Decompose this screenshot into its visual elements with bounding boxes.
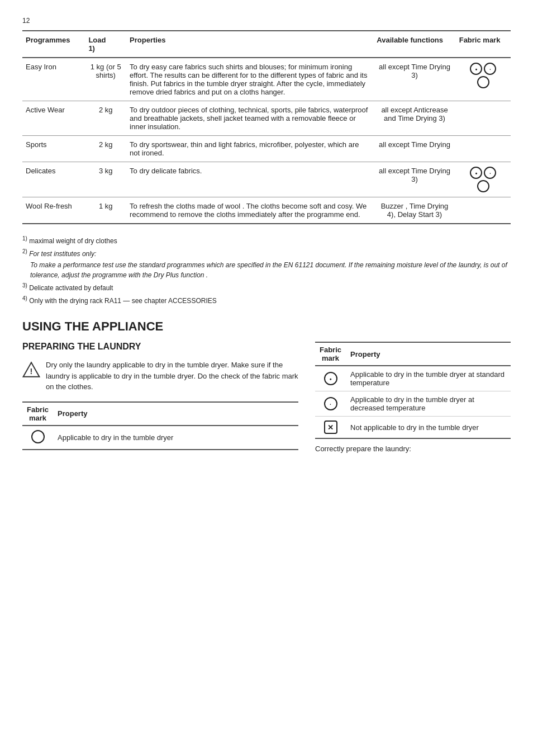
prog-fabric: [456, 136, 511, 162]
correctly-prepare-text: Correctly prepare the laundry:: [315, 445, 511, 453]
fabric-property-cell: Not applicable to dry in the tumble drye…: [346, 417, 511, 439]
fabric-property-cell: Applicable to dry in the tumble dryer at…: [346, 391, 511, 417]
section-heading: USING THE APPLIANCE: [22, 319, 511, 334]
svg-text:!: !: [30, 367, 33, 376]
prog-available: all except Time Drying 3): [373, 162, 455, 197]
left-column: PREPARING THE LAUNDRY ! Dry only the lau…: [22, 342, 298, 453]
fabric-icon-x-not-applicable: ✕: [324, 420, 337, 434]
table-row: Applicable to dry in the tumble dryer at…: [315, 391, 511, 417]
header-available: Available functions: [373, 31, 455, 58]
prog-fabric: [456, 58, 511, 101]
fabric-property-cell: Applicable to dry in the tumble dryer: [53, 426, 298, 450]
fabric-icon-dot-decreased: [324, 397, 337, 410]
prog-properties: To dry delicate fabrics.: [126, 162, 373, 197]
prog-fabric: [456, 101, 511, 136]
fabric-icon-circle-dot: [470, 63, 482, 75]
table-row: Applicable to dry in the tumble dryer: [22, 426, 298, 450]
warning-icon: !: [22, 361, 40, 379]
prog-fabric: [456, 162, 511, 197]
prog-available: all except Anticrease and Time Drying 3): [373, 101, 455, 136]
prog-load: 2 kg: [85, 101, 126, 136]
fabric-icon-circle-empty: [31, 430, 45, 443]
table-row: Active Wear 2 kg To dry outdoor pieces o…: [22, 101, 511, 136]
header-load: Load 1): [85, 31, 126, 58]
prog-name: Active Wear: [22, 101, 85, 136]
table-row: Wool Re-fresh 1 kg To refresh the cloths…: [22, 197, 511, 224]
right-column: Fabric mark Property Applicable to dry i…: [315, 342, 511, 453]
table-row: ✕ Not applicable to dry in the tumble dr…: [315, 417, 511, 439]
prog-load: 1 kg (or 5 shirts): [85, 58, 126, 101]
fabric-icon-circle-dot-small: [484, 167, 496, 179]
left-fabric-table: Fabric mark Property Applicable to dry i…: [22, 401, 298, 450]
prog-properties: To dry outdoor pieces of clothing, techn…: [126, 101, 373, 136]
right-table-header-mark: Fabric mark: [315, 342, 346, 366]
fabric-icon-circle-dot-small: [484, 63, 496, 75]
prog-properties: To dry easy care fabrics such shirts and…: [126, 58, 373, 101]
warning-text: Dry only the laundry applicable to dry i…: [46, 360, 298, 393]
fabric-mark-cell: [22, 426, 53, 450]
left-table-header-mark: Fabric mark: [22, 402, 53, 426]
header-properties: Properties: [126, 31, 373, 58]
fabric-icon-dot-standard: [324, 372, 337, 385]
fabric-mark-cell: ✕: [315, 417, 346, 439]
fabric-icon-circle-empty: [477, 180, 489, 192]
prog-properties: To dry sportswear, thin and light fabric…: [126, 136, 373, 162]
prog-name: Easy Iron: [22, 58, 85, 101]
prog-fabric: [456, 197, 511, 224]
fabric-property-cell: Applicable to dry in the tumble dryer at…: [346, 366, 511, 391]
right-table-header-property: Property: [346, 342, 511, 366]
prog-available: Buzzer , Time Drying 4), Delay Start 3): [373, 197, 455, 224]
fabric-mark-cell: [315, 366, 346, 391]
warning-block: ! Dry only the laundry applicable to dry…: [22, 360, 298, 393]
prog-available: all except Time Drying 3): [373, 58, 455, 101]
page-number: 12: [22, 17, 511, 25]
fabric-mark-cell: [315, 391, 346, 417]
programme-table: Programmes Load 1) Properties Available …: [22, 30, 511, 224]
prog-load: 3 kg: [85, 162, 126, 197]
prog-name: Wool Re-fresh: [22, 197, 85, 224]
sub-heading: PREPARING THE LAUNDRY: [22, 342, 298, 352]
preparing-laundry-section: PREPARING THE LAUNDRY ! Dry only the lau…: [22, 342, 511, 453]
right-fabric-table: Fabric mark Property Applicable to dry i…: [315, 342, 511, 439]
prog-name: Sports: [22, 136, 85, 162]
prog-available: all except Time Drying: [373, 136, 455, 162]
prog-load: 2 kg: [85, 136, 126, 162]
left-table-header-property: Property: [53, 402, 298, 426]
prog-load: 1 kg: [85, 197, 126, 224]
table-row: Delicates 3 kg To dry delicate fabrics. …: [22, 162, 511, 197]
table-row: Easy Iron 1 kg (or 5 shirts) To dry easy…: [22, 58, 511, 101]
header-programmes: Programmes: [22, 31, 85, 58]
footnotes-section: 1) maximal weight of dry clothes 2) For …: [22, 234, 511, 306]
table-row: Applicable to dry in the tumble dryer at…: [315, 366, 511, 391]
prog-properties: To refresh the cloths made of wool . The…: [126, 197, 373, 224]
prog-name: Delicates: [22, 162, 85, 197]
fabric-icon-circle-empty: [477, 76, 489, 88]
table-row: Sports 2 kg To dry sportswear, thin and …: [22, 136, 511, 162]
fabric-icon-circle-dot: [470, 167, 482, 179]
header-fabric: Fabric mark: [456, 31, 511, 58]
